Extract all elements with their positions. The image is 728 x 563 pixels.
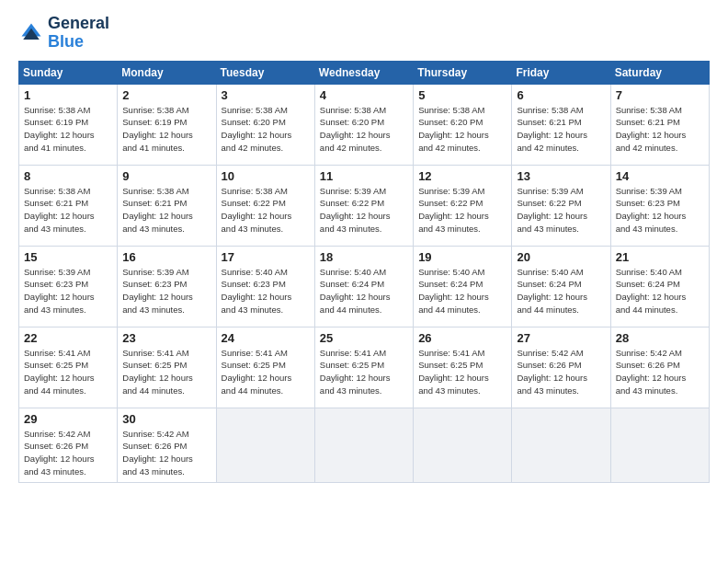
day-cell-19: 19Sunrise: 5:40 AMSunset: 6:24 PMDayligh… — [414, 246, 512, 327]
day-info: Sunrise: 5:40 AMSunset: 6:24 PMDaylight:… — [418, 266, 506, 316]
day-cell-5: 5Sunrise: 5:38 AMSunset: 6:20 PMDaylight… — [414, 84, 512, 165]
day-info: Sunrise: 5:38 AMSunset: 6:20 PMDaylight:… — [222, 104, 310, 155]
day-number: 21 — [616, 250, 704, 264]
day-number: 12 — [418, 169, 506, 183]
day-cell-6: 6Sunrise: 5:38 AMSunset: 6:21 PMDaylight… — [512, 84, 610, 165]
day-cell-11: 11Sunrise: 5:39 AMSunset: 6:22 PMDayligh… — [314, 165, 413, 246]
day-number: 26 — [418, 331, 506, 345]
day-number: 28 — [616, 331, 704, 345]
day-number: 10 — [222, 169, 310, 183]
weekday-tuesday: Tuesday — [216, 61, 314, 84]
day-info: Sunrise: 5:41 AMSunset: 6:25 PMDaylight:… — [418, 347, 506, 397]
day-info: Sunrise: 5:38 AMSunset: 6:21 PMDaylight:… — [616, 104, 704, 155]
day-info: Sunrise: 5:38 AMSunset: 6:21 PMDaylight:… — [517, 104, 605, 155]
day-info: Sunrise: 5:38 AMSunset: 6:19 PMDaylight:… — [24, 104, 112, 155]
day-cell-25: 25Sunrise: 5:41 AMSunset: 6:25 PMDayligh… — [314, 327, 413, 408]
day-info: Sunrise: 5:38 AMSunset: 6:19 PMDaylight:… — [122, 104, 210, 155]
day-info: Sunrise: 5:39 AMSunset: 6:23 PMDaylight:… — [122, 266, 210, 316]
weekday-wednesday: Wednesday — [314, 61, 413, 84]
day-info: Sunrise: 5:39 AMSunset: 6:22 PMDaylight:… — [320, 185, 408, 236]
day-cell-18: 18Sunrise: 5:40 AMSunset: 6:24 PMDayligh… — [314, 246, 413, 327]
day-cell-27: 27Sunrise: 5:42 AMSunset: 6:26 PMDayligh… — [512, 327, 610, 408]
day-number: 3 — [222, 88, 310, 102]
day-number: 24 — [222, 331, 310, 345]
day-info: Sunrise: 5:38 AMSunset: 6:21 PMDaylight:… — [24, 185, 112, 236]
empty-cell — [314, 408, 413, 482]
day-info: Sunrise: 5:38 AMSunset: 6:20 PMDaylight:… — [320, 104, 408, 155]
logo-text: General Blue — [48, 15, 109, 52]
day-number: 6 — [517, 88, 605, 102]
day-cell-17: 17Sunrise: 5:40 AMSunset: 6:23 PMDayligh… — [216, 246, 314, 327]
page: General Blue SundayMondayTuesdayWednesda… — [0, 0, 728, 563]
empty-cell — [216, 408, 314, 482]
day-info: Sunrise: 5:38 AMSunset: 6:22 PMDaylight:… — [222, 185, 310, 236]
day-number: 22 — [24, 331, 112, 345]
day-number: 20 — [517, 250, 605, 264]
day-cell-24: 24Sunrise: 5:41 AMSunset: 6:25 PMDayligh… — [216, 327, 314, 408]
day-cell-1: 1Sunrise: 5:38 AMSunset: 6:19 PMDaylight… — [19, 84, 118, 165]
day-cell-21: 21Sunrise: 5:40 AMSunset: 6:24 PMDayligh… — [610, 246, 709, 327]
day-number: 4 — [320, 88, 408, 102]
weekday-header-row: SundayMondayTuesdayWednesdayThursdayFrid… — [19, 61, 710, 84]
logo-icon — [18, 20, 44, 46]
day-number: 8 — [24, 169, 112, 183]
week-row-3: 15Sunrise: 5:39 AMSunset: 6:23 PMDayligh… — [19, 246, 710, 327]
week-row-1: 1Sunrise: 5:38 AMSunset: 6:19 PMDaylight… — [19, 84, 710, 165]
day-info: Sunrise: 5:42 AMSunset: 6:26 PMDaylight:… — [616, 347, 704, 397]
weekday-friday: Friday — [512, 61, 610, 84]
calendar-body: 1Sunrise: 5:38 AMSunset: 6:19 PMDaylight… — [19, 84, 710, 482]
empty-cell — [512, 408, 610, 482]
day-info: Sunrise: 5:38 AMSunset: 6:20 PMDaylight:… — [418, 104, 506, 155]
day-cell-9: 9Sunrise: 5:38 AMSunset: 6:21 PMDaylight… — [118, 165, 216, 246]
week-row-2: 8Sunrise: 5:38 AMSunset: 6:21 PMDaylight… — [19, 165, 710, 246]
week-row-4: 22Sunrise: 5:41 AMSunset: 6:25 PMDayligh… — [19, 327, 710, 408]
week-row-5: 29Sunrise: 5:42 AMSunset: 6:26 PMDayligh… — [19, 408, 710, 482]
day-number: 1 — [24, 88, 112, 102]
day-info: Sunrise: 5:40 AMSunset: 6:24 PMDaylight:… — [616, 266, 704, 316]
day-number: 23 — [122, 331, 210, 345]
day-info: Sunrise: 5:39 AMSunset: 6:23 PMDaylight:… — [616, 185, 704, 236]
empty-cell — [610, 408, 709, 482]
day-cell-10: 10Sunrise: 5:38 AMSunset: 6:22 PMDayligh… — [216, 165, 314, 246]
day-cell-29: 29Sunrise: 5:42 AMSunset: 6:26 PMDayligh… — [19, 408, 118, 482]
day-info: Sunrise: 5:41 AMSunset: 6:25 PMDaylight:… — [122, 347, 210, 397]
logo: General Blue — [18, 15, 109, 52]
day-number: 17 — [222, 250, 310, 264]
day-info: Sunrise: 5:42 AMSunset: 6:26 PMDaylight:… — [122, 428, 210, 478]
day-number: 27 — [517, 331, 605, 345]
day-number: 13 — [517, 169, 605, 183]
day-info: Sunrise: 5:40 AMSunset: 6:24 PMDaylight:… — [517, 266, 605, 316]
day-info: Sunrise: 5:41 AMSunset: 6:25 PMDaylight:… — [24, 347, 112, 397]
day-info: Sunrise: 5:40 AMSunset: 6:23 PMDaylight:… — [222, 266, 310, 316]
day-info: Sunrise: 5:42 AMSunset: 6:26 PMDaylight:… — [517, 347, 605, 397]
day-number: 19 — [418, 250, 506, 264]
day-info: Sunrise: 5:42 AMSunset: 6:26 PMDaylight:… — [24, 428, 112, 478]
day-cell-20: 20Sunrise: 5:40 AMSunset: 6:24 PMDayligh… — [512, 246, 610, 327]
day-number: 16 — [122, 250, 210, 264]
day-cell-30: 30Sunrise: 5:42 AMSunset: 6:26 PMDayligh… — [118, 408, 216, 482]
day-cell-16: 16Sunrise: 5:39 AMSunset: 6:23 PMDayligh… — [118, 246, 216, 327]
day-cell-23: 23Sunrise: 5:41 AMSunset: 6:25 PMDayligh… — [118, 327, 216, 408]
day-cell-3: 3Sunrise: 5:38 AMSunset: 6:20 PMDaylight… — [216, 84, 314, 165]
day-cell-7: 7Sunrise: 5:38 AMSunset: 6:21 PMDaylight… — [610, 84, 709, 165]
logo-line1: General — [48, 15, 109, 33]
day-number: 14 — [616, 169, 704, 183]
empty-cell — [414, 408, 512, 482]
weekday-sunday: Sunday — [19, 61, 118, 84]
weekday-monday: Monday — [118, 61, 216, 84]
day-number: 2 — [122, 88, 210, 102]
weekday-saturday: Saturday — [610, 61, 709, 84]
day-number: 7 — [616, 88, 704, 102]
day-cell-12: 12Sunrise: 5:39 AMSunset: 6:22 PMDayligh… — [414, 165, 512, 246]
day-info: Sunrise: 5:39 AMSunset: 6:23 PMDaylight:… — [24, 266, 112, 316]
day-info: Sunrise: 5:40 AMSunset: 6:24 PMDaylight:… — [320, 266, 408, 316]
day-cell-2: 2Sunrise: 5:38 AMSunset: 6:19 PMDaylight… — [118, 84, 216, 165]
calendar-table: SundayMondayTuesdayWednesdayThursdayFrid… — [18, 61, 710, 483]
day-cell-4: 4Sunrise: 5:38 AMSunset: 6:20 PMDaylight… — [314, 84, 413, 165]
day-info: Sunrise: 5:41 AMSunset: 6:25 PMDaylight:… — [222, 347, 310, 397]
header: General Blue — [18, 15, 710, 52]
day-number: 15 — [24, 250, 112, 264]
day-number: 29 — [24, 412, 112, 426]
day-number: 5 — [418, 88, 506, 102]
day-cell-28: 28Sunrise: 5:42 AMSunset: 6:26 PMDayligh… — [610, 327, 709, 408]
